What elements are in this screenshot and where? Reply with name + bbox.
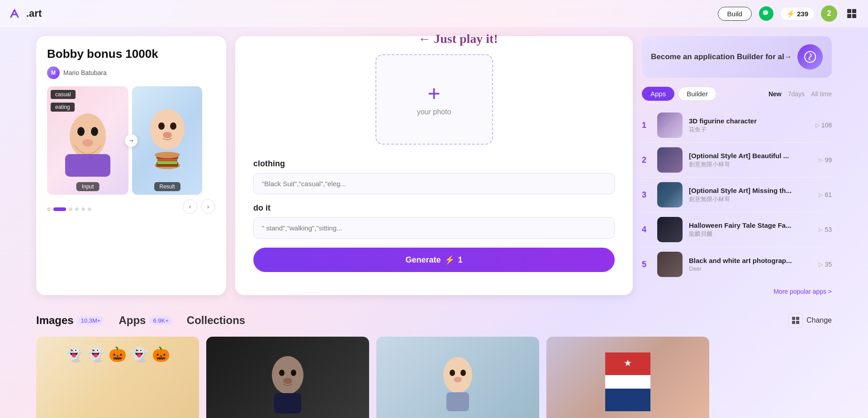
dot-3[interactable]: [69, 207, 72, 211]
bottom-tab-images[interactable]: Images 10.3M+: [36, 314, 104, 327]
svg-rect-23: [796, 317, 799, 320]
filter-7days[interactable]: 7days: [788, 90, 805, 98]
dot-2-active[interactable]: [53, 207, 66, 211]
svg-rect-8: [65, 154, 110, 177]
rank-2: 2: [642, 155, 651, 165]
images-tab-label: Images: [36, 314, 74, 327]
author-row: M Mario Batubara: [47, 66, 215, 79]
app-list-item-5[interactable]: 5 Black and white art photograp... Deer …: [642, 247, 832, 282]
play-icon-1: ▷: [816, 122, 820, 128]
author-avatar-icon: M: [47, 66, 60, 79]
wechat-icon[interactable]: [759, 6, 773, 21]
app-info-1: 3D figurine character 花鱼子: [689, 117, 809, 134]
svg-point-27: [279, 370, 285, 376]
svg-point-6: [91, 127, 98, 136]
svg-text:★: ★: [624, 358, 632, 368]
app-list-item[interactable]: 1 3D figurine character 花鱼子 ▷ 108: [642, 108, 832, 143]
image-card-1[interactable]: 👻 👻 🎃 👻 🎃: [36, 337, 199, 418]
dot-4[interactable]: [75, 207, 79, 211]
app-info-2: [Optional Style Art] Beautiful ... 創意無限小…: [689, 152, 812, 169]
svg-point-31: [443, 357, 472, 393]
rank-1: 1: [642, 121, 651, 130]
ghost-1: 👻: [65, 346, 83, 363]
promo-icon: [797, 44, 823, 70]
dot-1[interactable]: [47, 207, 51, 211]
svg-rect-35: [446, 392, 469, 411]
plays-count-3: 61: [825, 191, 832, 198]
generate-label: Generate: [405, 255, 441, 265]
app-list-item-2[interactable]: 2 [Optional Style Art] Beautiful ... 創意無…: [642, 143, 832, 178]
svg-point-14: [163, 132, 172, 138]
logo[interactable]: .art: [9, 6, 42, 21]
svg-point-4: [70, 113, 106, 159]
plays-count-5: 35: [825, 261, 832, 268]
input-face-art: [61, 104, 115, 177]
app-list-item-3[interactable]: 3 [Optional Style Art] Missing th... 創意無…: [642, 178, 832, 212]
clothing-form-group: clothing: [253, 159, 615, 194]
image-card-2[interactable]: [206, 337, 369, 418]
dot-6[interactable]: [88, 207, 91, 211]
plays-count-2: 99: [825, 156, 832, 164]
apps-tab-label: Apps: [119, 314, 146, 327]
bottom-tab-apps[interactable]: Apps 6.9K+: [119, 314, 172, 327]
app-thumb-5: [657, 252, 683, 277]
svg-point-11: [170, 122, 176, 130]
do-it-form-group: do it: [253, 203, 615, 239]
tab-apps[interactable]: Apps: [642, 87, 674, 101]
result-face-art: [140, 100, 194, 181]
image-card-3[interactable]: [376, 337, 539, 418]
plays-count-1: 108: [821, 122, 832, 129]
input-label: Input: [76, 182, 100, 191]
app-thumb-4: [657, 217, 683, 242]
app-plays-3: ▷ 61: [819, 191, 832, 198]
ghost-card: 👻 👻 🎃 👻 🎃: [36, 337, 199, 372]
filter-new[interactable]: New: [768, 90, 782, 98]
dot-5[interactable]: [81, 207, 85, 211]
user-avatar[interactable]: 2: [821, 5, 837, 22]
promo-banner[interactable]: Become an application Builder for al→: [642, 36, 832, 78]
left-panel: Bobby bonus 1000k M Mario Batubara casua…: [36, 36, 226, 295]
arrow-divider: →: [125, 134, 138, 147]
bottom-tab-collections[interactable]: Collections: [187, 314, 245, 327]
lightning-badge[interactable]: ⚡ 239: [781, 8, 814, 20]
build-button[interactable]: Build: [718, 7, 752, 21]
dot-row: ‹ ›: [47, 199, 215, 214]
play-icon-4: ▷: [819, 226, 823, 233]
clothing-input[interactable]: [253, 173, 615, 194]
image-preview: casual eating Input →: [47, 86, 215, 195]
filter-alltime[interactable]: All time: [811, 90, 832, 98]
do-it-label: do it: [253, 203, 615, 213]
app-info-4: Halloween Fairy Tale Stage Fa... 龍麟貝爾: [689, 221, 812, 238]
app-list-item-4[interactable]: 4 Halloween Fairy Tale Stage Fa... 龍麟貝爾 …: [642, 212, 832, 247]
tabs-row: Apps Builder New 7days All time: [642, 87, 832, 101]
generate-cost: 1: [458, 255, 463, 265]
bottom-section: Images 10.3M+ Apps 6.9K+ Collections Cha…: [0, 304, 868, 418]
app-name-1: 3D figurine character: [689, 117, 809, 125]
grid-icon[interactable]: [844, 6, 859, 21]
photo-upload-area[interactable]: + your photo: [375, 54, 493, 145]
svg-point-29: [283, 378, 292, 384]
layout-toggle-icon[interactable]: [788, 313, 803, 328]
image-card-4[interactable]: ★: [546, 337, 709, 418]
next-button[interactable]: ›: [201, 199, 215, 214]
prev-button[interactable]: ‹: [183, 199, 197, 214]
photo-label: your photo: [417, 108, 451, 116]
bottom-tabs-row: Images 10.3M+ Apps 6.9K+ Collections Cha…: [36, 313, 832, 328]
logo-icon: [9, 6, 24, 21]
app-name-2: [Optional Style Art] Beautiful ...: [689, 152, 812, 160]
do-it-input[interactable]: [253, 217, 615, 239]
tab-builder[interactable]: Builder: [678, 87, 716, 101]
more-apps-link[interactable]: More popular apps >: [642, 288, 832, 295]
svg-rect-3: [852, 14, 856, 18]
middle-panel: ← Just play it! + your photo clothing do…: [235, 36, 633, 295]
change-button[interactable]: Change: [788, 313, 832, 328]
nav-arrows: ‹ ›: [183, 199, 215, 214]
svg-point-5: [77, 127, 85, 136]
svg-rect-22: [792, 317, 795, 320]
generate-button[interactable]: Generate ⚡ 1: [253, 248, 615, 272]
clothing-label: clothing: [253, 159, 615, 169]
app-author-4: 龍麟貝爾: [689, 230, 812, 238]
app-author-3: 創意無限小林哥: [689, 195, 812, 203]
app-info-3: [Optional Style Art] Missing th... 創意無限小…: [689, 187, 812, 203]
app-name-3: [Optional Style Art] Missing th...: [689, 187, 812, 194]
